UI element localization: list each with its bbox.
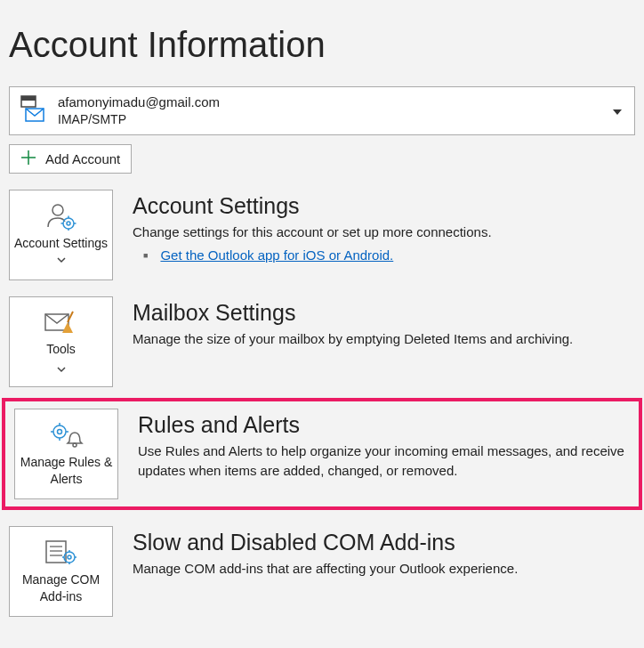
svg-rect-1	[21, 96, 36, 101]
mail-account-icon	[19, 93, 47, 128]
account-type: IMAP/SMTP	[58, 111, 220, 129]
com-addins-desc: Manage COM add-ins that are affecting yo…	[133, 559, 518, 579]
add-account-label: Add Account	[45, 151, 120, 166]
mailbox-broom-icon	[44, 307, 78, 337]
mailbox-settings-body: Mailbox Settings Manage the size of your…	[133, 296, 573, 350]
svg-point-21	[73, 443, 76, 447]
svg-point-27	[68, 555, 71, 559]
account-selector[interactable]: afamonyimadu@gmail.com IMAP/SMTP	[9, 86, 635, 135]
rules-alerts-desc: Use Rules and Alerts to help organize yo…	[138, 441, 630, 482]
svg-point-15	[53, 425, 66, 438]
outlook-app-link-row: ■ Get the Outlook app for iOS or Android…	[133, 247, 492, 263]
add-account-button[interactable]: Add Account	[9, 144, 132, 174]
person-gear-icon	[45, 201, 77, 231]
account-settings-tile[interactable]: Account Settings	[9, 190, 113, 280]
page-title: Account Information	[0, 0, 644, 86]
manage-com-addins-tile-label: Manage COM Add-ins	[10, 571, 112, 603]
com-addins-body: Slow and Disabled COM Add-ins Manage COM…	[133, 526, 518, 579]
addins-gear-icon	[44, 538, 78, 568]
account-settings-tile-label: Account Settings	[10, 235, 112, 267]
bullet-icon: ■	[143, 251, 148, 260]
rules-alerts-title: Rules and Alerts	[138, 412, 630, 438]
manage-com-addins-tile[interactable]: Manage COM Add-ins	[9, 526, 113, 617]
svg-point-6	[52, 205, 63, 215]
svg-point-16	[57, 430, 61, 434]
svg-marker-3	[613, 109, 622, 115]
svg-rect-22	[46, 541, 66, 563]
account-email: afamonyimadu@gmail.com	[58, 93, 220, 111]
mailbox-settings-desc: Manage the size of your mailbox by empty…	[133, 329, 573, 350]
plus-icon	[20, 150, 36, 168]
outlook-app-link[interactable]: Get the Outlook app for iOS or Android.	[160, 247, 393, 263]
section-mailbox-settings: Tools Mailbox Settings Manage the size o…	[0, 296, 644, 387]
mailbox-settings-title: Mailbox Settings	[133, 300, 573, 326]
rules-alerts-body: Rules and Alerts Use Rules and Alerts to…	[138, 409, 630, 482]
com-addins-title: Slow and Disabled COM Add-ins	[133, 530, 518, 555]
svg-point-7	[63, 218, 74, 229]
section-rules-alerts: Manage Rules & Alerts Rules and Alerts U…	[2, 398, 642, 510]
account-settings-title: Account Settings	[133, 193, 492, 219]
chevron-down-icon	[57, 360, 66, 377]
section-account-settings: Account Settings Account Settings Change…	[0, 190, 644, 280]
tools-tile-label: Tools	[46, 341, 76, 357]
section-com-addins: Manage COM Add-ins Slow and Disabled COM…	[0, 526, 644, 617]
gear-bell-icon	[50, 420, 84, 450]
manage-rules-alerts-tile-label: Manage Rules & Alerts	[15, 454, 117, 486]
account-text: afamonyimadu@gmail.com IMAP/SMTP	[58, 93, 220, 129]
account-settings-desc: Change settings for this account or set …	[133, 223, 492, 243]
account-settings-body: Account Settings Change settings for thi…	[133, 190, 492, 263]
tools-tile[interactable]: Tools	[9, 296, 113, 387]
chevron-down-icon	[613, 102, 622, 118]
svg-point-8	[67, 222, 70, 225]
manage-rules-alerts-tile[interactable]: Manage Rules & Alerts	[14, 409, 118, 499]
